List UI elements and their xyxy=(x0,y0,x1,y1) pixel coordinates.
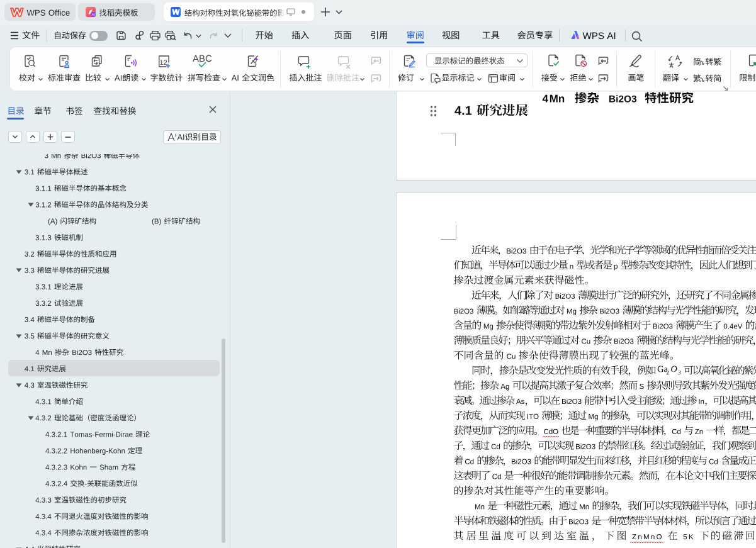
svg-text:AI: AI xyxy=(92,13,95,16)
